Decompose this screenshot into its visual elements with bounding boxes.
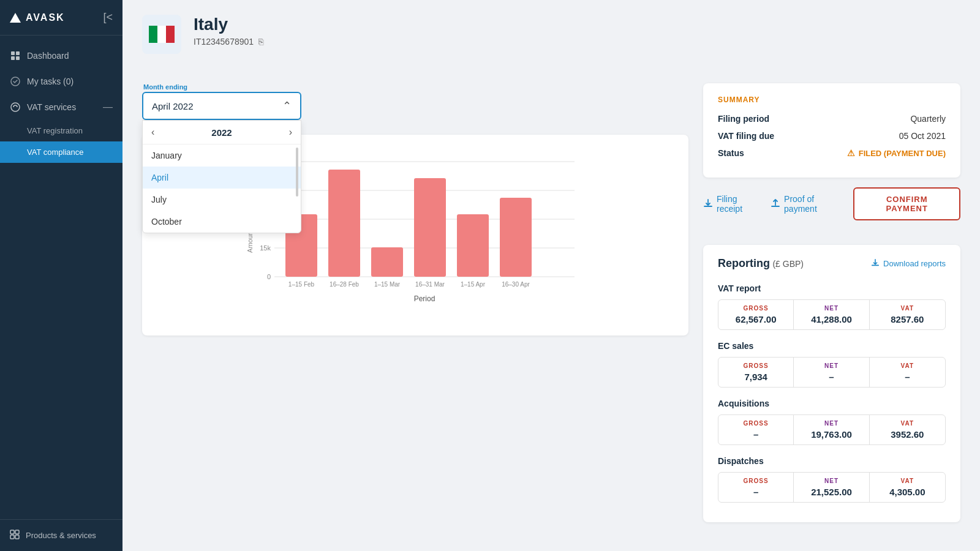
warning-icon: ⚠ (847, 148, 855, 158)
sidebar-item-products-services[interactable]: Products & services (10, 530, 113, 541)
flag-box (142, 15, 181, 54)
year-prev-button[interactable]: ‹ (151, 127, 154, 138)
country-name: Italy (194, 15, 263, 34)
gross-label-2: GROSS (726, 420, 786, 427)
dispatches-gross-cell: GROSS – (718, 473, 794, 502)
svg-rect-6 (10, 530, 14, 534)
sidebar-item-my-tasks[interactable]: My tasks (0) (0, 69, 123, 94)
bar-16-30-apr (500, 198, 532, 277)
products-services-icon (10, 530, 20, 541)
svg-rect-7 (15, 530, 19, 534)
dispatches-gross-value: – (726, 487, 786, 497)
month-option-october[interactable]: October (143, 211, 301, 233)
vat-label-1: VAT (877, 362, 938, 369)
sidebar: AVASK [< Dashboard My tasks (0, 0, 123, 551)
report-section-vat: VAT report GROSS 62,567.00 NET 41,288.00… (718, 280, 946, 330)
vat-report-net-value: 41,288.00 (801, 314, 861, 324)
products-services-label: Products & services (26, 531, 96, 540)
report-section-ec-sales: EC sales GROSS 7,934 NET – VAT – (718, 337, 946, 388)
filing-receipt-label: Filing receipt (717, 194, 761, 214)
svg-text:16–28 Feb: 16–28 Feb (330, 281, 359, 288)
acquisitions-gross-value: – (726, 429, 786, 440)
svg-text:15k: 15k (260, 244, 271, 252)
dispatches-net-cell: NET 21,525.00 (794, 473, 869, 502)
vat-services-icon (10, 102, 21, 113)
ec-sales-title: EC sales (718, 337, 946, 353)
vat-report-table: GROSS 62,567.00 NET 41,288.00 VAT 8257.6… (718, 299, 946, 330)
bar-16-28-feb (328, 170, 360, 277)
svg-text:1–15 Mar: 1–15 Mar (374, 281, 401, 288)
status-badge: ⚠ FILED (PAYMENT DUE) (847, 148, 946, 158)
acquisitions-net-cell: NET 19,763.00 (794, 415, 869, 444)
download-icon-reports (871, 258, 880, 269)
right-panel: SUMMARY Filing period Quarterly VAT fili… (703, 83, 960, 522)
copy-icon[interactable]: ⎘ (258, 37, 263, 47)
svg-text:16–31 Mar: 16–31 Mar (415, 281, 445, 288)
acquisitions-vat-value: 3952.60 (877, 429, 938, 440)
country-header: Italy IT12345678901 ⎘ (142, 15, 263, 54)
vat-number-row: IT12345678901 ⎘ (194, 37, 263, 47)
upload-icon-proof (771, 198, 780, 210)
vat-filing-due-value: 05 Oct 2021 (899, 131, 946, 141)
dropdown-label: Month ending (142, 83, 301, 91)
month-dropdown-trigger[interactable]: April 2022 ⌃ (142, 92, 301, 120)
net-label-2: NET (801, 420, 861, 427)
month-option-january[interactable]: January (143, 144, 301, 167)
net-label-3: NET (801, 478, 861, 484)
main-content: Italy IT12345678901 ⎘ Month ending April… (123, 0, 980, 551)
svg-rect-1 (16, 51, 20, 55)
svg-text:16–30 Apr: 16–30 Apr (502, 281, 530, 288)
sidebar-item-vat-services[interactable]: VAT services — (0, 94, 123, 120)
reporting-title: Reporting (718, 257, 770, 269)
chevron-up-icon: ⌃ (282, 99, 292, 113)
reporting-panel: Reporting (£ GBP) Download reports (703, 245, 960, 522)
filing-period-label: Filing period (718, 114, 769, 124)
download-icon-filing (703, 198, 713, 210)
vat-label-0: VAT (877, 305, 938, 312)
svg-rect-2 (11, 56, 15, 60)
report-section-acquisitions: Acquisitions GROSS – NET 19,763.00 VAT 3 (718, 395, 946, 445)
year-next-button[interactable]: › (289, 127, 292, 138)
ec-sales-vat-cell: VAT – (870, 358, 945, 387)
dropdown-selected-value: April 2022 (152, 101, 194, 111)
bar-1-15-apr (457, 214, 489, 277)
logo: AVASK (10, 12, 65, 23)
sidebar-item-dashboard[interactable]: Dashboard (0, 43, 123, 69)
download-reports-link[interactable]: Download reports (871, 258, 946, 269)
country-info: Italy IT12345678901 ⎘ (194, 15, 263, 47)
svg-rect-8 (10, 535, 14, 539)
dropdown-menu: ‹ 2022 › January April July October (142, 120, 301, 233)
svg-text:0: 0 (267, 273, 271, 280)
vat-report-gross-value: 62,567.00 (726, 314, 786, 324)
dropdown-year-nav: ‹ 2022 › (143, 121, 301, 144)
acquisitions-title: Acquisitions (718, 395, 946, 411)
report-section-dispatches: Dispatches GROSS – NET 21,525.00 VAT 4,3 (718, 452, 946, 503)
dropdown-year: 2022 (211, 127, 232, 138)
sidebar-item-vat-compliance[interactable]: VAT compliance (0, 141, 123, 163)
sidebar-item-vat-registration[interactable]: VAT registration (0, 120, 123, 141)
month-option-july[interactable]: July (143, 189, 301, 211)
svg-text:1–15 Feb: 1–15 Feb (288, 281, 315, 288)
summary-vat-filing-due-row: VAT filing due 05 Oct 2021 (718, 131, 946, 141)
acquisitions-net-value: 19,763.00 (801, 429, 861, 440)
collapse-icon[interactable]: [< (103, 11, 113, 24)
dispatches-title: Dispatches (718, 452, 946, 468)
status-value: FILED (PAYMENT DUE) (859, 149, 946, 158)
vat-services-section: VAT services — VAT registration VAT comp… (0, 94, 123, 163)
summary-box: SUMMARY Filing period Quarterly VAT fili… (703, 83, 960, 178)
proof-of-payment-link[interactable]: Proof of payment (771, 194, 843, 214)
vat-filing-due-label: VAT filing due (718, 131, 774, 141)
svg-rect-3 (16, 56, 20, 60)
month-option-april[interactable]: April (143, 167, 301, 189)
net-label-0: NET (801, 305, 861, 312)
confirm-payment-button[interactable]: CONFIRM PAYMENT (853, 187, 960, 220)
sidebar-item-dashboard-label: Dashboard (27, 51, 69, 61)
ec-sales-table: GROSS 7,934 NET – VAT – (718, 357, 946, 388)
gross-label-3: GROSS (726, 478, 786, 484)
bar-1-15-mar (371, 247, 403, 277)
filing-receipt-link[interactable]: Filing receipt (703, 194, 761, 214)
acquisitions-gross-cell: GROSS – (718, 415, 794, 444)
summary-title: SUMMARY (718, 96, 946, 104)
ec-sales-gross-value: 7,934 (726, 372, 786, 382)
vat-label-2: VAT (877, 420, 938, 427)
